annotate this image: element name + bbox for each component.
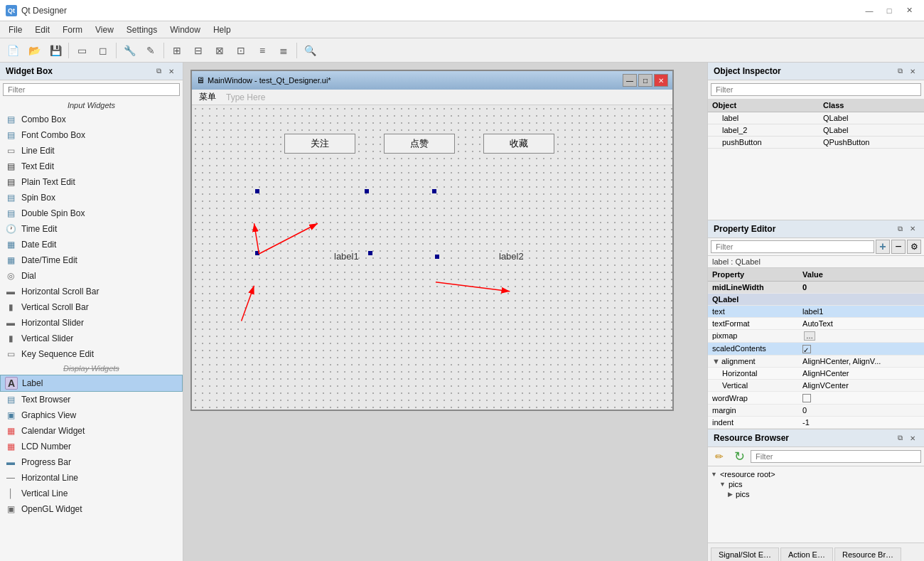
pixmap-ellipsis[interactable]: … [804,331,815,341]
widget-graphics-view[interactable]: ▣ Graphics View [0,407,183,423]
menu-help[interactable]: Help [208,23,237,36]
designer-maximize[interactable]: □ [638,74,652,87]
new-button[interactable]: 📄 [3,41,23,60]
tool-10[interactable]: ≣ [274,41,294,60]
tab-signal-slot[interactable]: Signal/Slot E… [711,547,779,561]
tool-4[interactable]: ✎ [141,41,161,60]
prop-row[interactable]: Vertical AlignVCenter [708,380,924,392]
prop-row[interactable]: ▼alignment AlignHCenter, AlignV... [708,356,924,368]
prop-row[interactable]: midLineWidth 0 [708,281,924,293]
menu-settings[interactable]: Settings [121,23,163,36]
designer-menu-2[interactable]: Type Here [222,92,269,103]
alignment-expand[interactable]: ▼ [712,357,720,365]
canvas-button-3[interactable]: 收藏 [483,134,554,154]
widget-dial[interactable]: ◎ Dial [0,268,183,284]
prop-row[interactable]: scaledContents [708,342,924,355]
widget-opengl[interactable]: ▣ OpenGL Widget [0,501,183,517]
minimize-button[interactable]: — [860,4,879,18]
prop-row[interactable]: text label1 [708,305,924,317]
tree-item-pics-1[interactable]: ▼ pics [711,479,921,489]
designer-canvas[interactable]: 关注 点赞 收藏 label1 label2 [192,105,672,410]
close-button[interactable]: ✕ [900,4,918,18]
widget-v-slider[interactable]: ▮ Vertical Slider [0,331,183,346]
menu-form[interactable]: Form [57,23,88,36]
widget-combo-box[interactable]: ▤ Combo Box [0,112,183,127]
widget-progress-bar[interactable]: ▬ Progress Bar [0,454,183,470]
tool-3[interactable]: 🔧 [119,41,139,60]
word-wrap-check[interactable] [802,394,811,402]
designer-minimize[interactable]: — [623,74,637,87]
pe-minus-btn[interactable]: − [891,240,906,254]
pe-float[interactable]: ⧉ [894,223,906,235]
table-row[interactable]: label_2 QLabel [708,124,924,137]
menu-window[interactable]: Window [164,23,206,36]
widget-plain-text-edit[interactable]: ▤ Plain Text Edit [0,174,183,190]
widget-line-edit[interactable]: ▭ Line Edit [0,143,183,159]
table-row[interactable]: label QLabel [708,112,924,124]
tab-resource-browser[interactable]: Resource Br… [834,547,901,561]
prop-row[interactable]: textFormat AutoText [708,317,924,329]
pe-settings-btn[interactable]: ⚙ [907,240,921,254]
canvas-button-1[interactable]: 关注 [284,134,355,154]
widget-v-line[interactable]: │ Vertical Line [0,486,183,501]
menu-view[interactable]: View [90,23,119,36]
save-button[interactable]: 💾 [45,41,65,60]
prop-row[interactable]: indent -1 [708,417,924,429]
widget-text-browser[interactable]: ▤ Text Browser [0,392,183,407]
designer-menu-1[interactable]: 菜单 [195,90,220,104]
rb-float[interactable]: ⧉ [894,432,906,444]
rb-refresh-btn[interactable]: ↻ [731,449,748,464]
widget-text-edit[interactable]: ▤ Text Edit [0,159,183,174]
widget-lcd-number[interactable]: ▦ LCD Number [0,439,183,454]
rb-edit-btn[interactable]: ✏ [711,449,728,464]
widget-calendar[interactable]: ▦ Calendar Widget [0,423,183,439]
rb-filter[interactable] [751,450,921,463]
tool-9[interactable]: ≡ [252,41,272,60]
tool-11[interactable]: 🔍 [300,41,320,60]
widget-label[interactable]: A Label [0,375,183,392]
tool-7[interactable]: ⊠ [210,41,230,60]
widget-double-spin-box[interactable]: ▤ Double Spin Box [0,205,183,221]
widget-font-combo-box[interactable]: ▤ Font Combo Box [0,127,183,143]
prop-row[interactable]: wordWrap [708,392,924,405]
designer-close[interactable]: ✕ [654,74,668,87]
widget-v-scroll[interactable]: ▮ Vertical Scroll Bar [0,299,183,315]
scaled-contents-check[interactable] [802,345,811,353]
tab-action-editor[interactable]: Action E… [780,547,833,561]
tree-item-pics-2[interactable]: ▶ pics [711,489,921,499]
widget-h-line[interactable]: — Horizontal Line [0,470,183,486]
widget-box-close[interactable]: ✕ [166,65,177,77]
tool-8[interactable]: ⊡ [231,41,251,60]
widget-time-edit[interactable]: 🕐 Time Edit [0,221,183,237]
widget-datetime-edit[interactable]: ▦ Date/Time Edit [0,252,183,268]
widget-spin-box[interactable]: ▤ Spin Box [0,190,183,205]
pe-add-btn[interactable]: + [876,240,890,254]
prop-row[interactable]: pixmap … [708,329,924,342]
widget-date-edit[interactable]: ▦ Date Edit [0,237,183,252]
prop-row[interactable]: margin 0 [708,405,924,417]
oi-filter[interactable] [711,83,921,96]
widget-box-filter[interactable] [3,83,180,96]
table-row[interactable]: pushButton QPushButton [708,137,924,149]
oi-float[interactable]: ⧉ [894,65,906,77]
tool-5[interactable]: ⊞ [167,41,187,60]
tree-item-root[interactable]: ▼ <resource root> [711,469,921,479]
oi-close[interactable]: ✕ [907,65,918,77]
tool-1[interactable]: ▭ [72,41,92,60]
pe-close[interactable]: ✕ [907,223,918,235]
menu-file[interactable]: File [3,23,28,36]
maximize-button[interactable]: □ [880,4,898,18]
widget-h-slider[interactable]: ▬ Horizontal Slider [0,315,183,331]
widget-h-scroll[interactable]: ▬ Horizontal Scroll Bar [0,284,183,299]
menu-edit[interactable]: Edit [29,23,55,36]
rb-close[interactable]: ✕ [907,432,918,444]
tool-2[interactable]: ◻ [93,41,113,60]
prop-row[interactable]: Horizontal AlignHCenter [708,368,924,380]
pe-filter[interactable] [711,240,874,253]
widget-box-float[interactable]: ⧉ [153,65,164,77]
tool-6[interactable]: ⊟ [188,41,208,60]
widget-key-sequence[interactable]: ▭ Key Sequence Edit [0,346,183,362]
canvas-button-2[interactable]: 点赞 [384,134,455,154]
text-edit-label: Text Edit [21,161,54,171]
open-button[interactable]: 📂 [24,41,44,60]
